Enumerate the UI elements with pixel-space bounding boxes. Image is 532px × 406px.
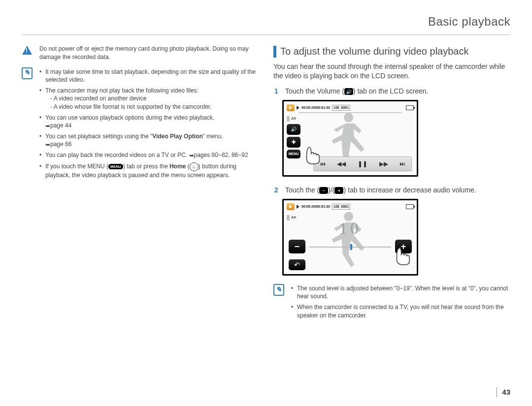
- volume-button[interactable]: 🔊: [287, 124, 300, 135]
- warning-block: Do not power off or eject the memory car…: [22, 45, 259, 61]
- left-column: Do not power off or eject the memory car…: [22, 45, 259, 329]
- right-column: To adjust the volume during video playba…: [273, 45, 510, 329]
- intro-text: You can hear the sound through the inter…: [273, 62, 510, 81]
- right-note-block: ✎ The sound level is adjusted between "0…: [273, 284, 510, 322]
- list-item: The sound level is adjusted between "0~1…: [291, 284, 510, 300]
- list-item: If you touch the MENU (MENU) tab or pres…: [39, 162, 259, 179]
- back-button[interactable]: ↶: [289, 259, 305, 270]
- list-item: You can play back the recorded videos on…: [39, 151, 259, 159]
- list-item: You can use various playback options dur…: [39, 114, 259, 129]
- play-icon: [297, 106, 299, 110]
- note-icon: ✎: [22, 68, 33, 79]
- note-list: It may take some time to start playback,…: [39, 68, 259, 182]
- forward-button[interactable]: ▶▶: [379, 160, 388, 168]
- note-block: ✎ It may take some time to start playbac…: [22, 68, 259, 182]
- play-indicator-icon: [287, 203, 295, 210]
- lcd-screenshot-2: 00:00:20/00:01:03 100_0001 All 10 − + ↶: [282, 199, 418, 276]
- arrow-icon: ➥: [189, 152, 194, 159]
- touch-hand-icon: [389, 238, 416, 265]
- pause-button[interactable]: ❚❚: [358, 160, 367, 168]
- list-item: It may take some time to start playback,…: [39, 68, 259, 84]
- all-tab: All: [287, 116, 296, 122]
- section-heading: To adjust the volume during video playba…: [273, 45, 510, 58]
- header-rule: [22, 34, 510, 35]
- battery-icon: [406, 204, 414, 209]
- play-indicator-icon: [287, 104, 295, 111]
- arrow-icon: ➥: [45, 122, 50, 130]
- minus-icon: −: [319, 187, 328, 194]
- page-number: 43: [497, 387, 510, 397]
- step-2: 2 Touch the (−)/(+) tab to increase or d…: [274, 186, 510, 195]
- volume-value: 10: [339, 217, 362, 240]
- arrow-icon: ➥: [45, 141, 50, 149]
- list-item: When the camcorder is connected to a TV,…: [291, 303, 510, 319]
- note-icon: ✎: [273, 284, 284, 295]
- warning-text: Do not power off or eject the memory car…: [39, 45, 259, 61]
- rewind-button[interactable]: ◀◀: [337, 160, 346, 168]
- next-button[interactable]: ⏭: [399, 160, 405, 168]
- volume-minus-button[interactable]: −: [289, 240, 305, 253]
- manual-page: Basic playback Do not power off or eject…: [0, 0, 532, 406]
- touch-hand-icon: [299, 137, 326, 164]
- volume-slider[interactable]: [309, 246, 391, 249]
- lcd-screenshot-1: 00:00:20/00:01:03 100_0001 All 🔊 ✚ MENU …: [282, 100, 418, 177]
- list-item: You can set playback settings using the …: [39, 132, 259, 148]
- volume-icon: 🔊: [344, 88, 353, 95]
- transport-controls: ⏮ ◀◀ ❚❚ ▶▶ ⏭: [313, 156, 412, 171]
- all-tab: All: [287, 215, 296, 220]
- heading-bar: [273, 46, 276, 58]
- step-1: 1 Touch the Volume (🔊) tab on the LCD sc…: [274, 87, 510, 96]
- chapter-title: Basic playback: [22, 14, 510, 31]
- battery-icon: [406, 105, 414, 110]
- home-icon: ⌂: [190, 162, 199, 171]
- list-item: The camcorder may not play back the foll…: [39, 87, 259, 111]
- warning-icon: [22, 45, 33, 56]
- menu-pill-icon: MENU: [108, 164, 123, 169]
- right-note-list: The sound level is adjusted between "0~1…: [291, 284, 510, 322]
- play-icon: [297, 205, 299, 209]
- plus-icon: +: [334, 187, 343, 194]
